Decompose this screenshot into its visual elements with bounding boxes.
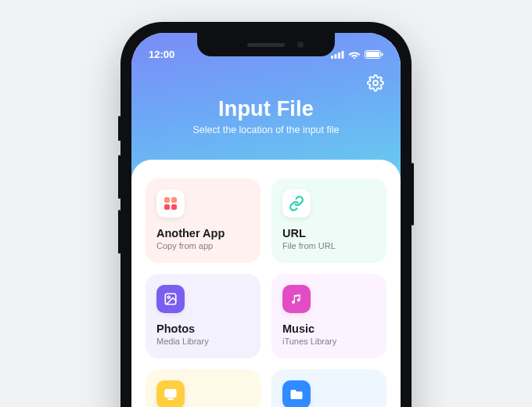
svg-rect-11 [171,204,177,210]
svg-rect-14 [165,390,176,397]
signal-icon [331,50,344,59]
side-button [118,210,120,254]
card-computer[interactable]: Computer Mac or PC [146,369,261,407]
card-sub: iTunes Library [282,337,376,346]
svg-rect-1 [335,54,337,59]
status-time: 12:00 [149,49,174,60]
music-icon [282,285,311,313]
side-button [118,116,120,141]
card-url[interactable]: URL File from URL [271,178,386,263]
apps-icon [156,189,185,218]
card-photos[interactable]: Photos Media Library [146,274,261,358]
side-button [412,163,414,225]
svg-point-7 [373,81,378,85]
gear-icon [367,74,384,92]
svg-rect-0 [331,56,333,59]
link-icon [282,189,311,218]
card-another-app[interactable]: Another App Copy from app [146,178,261,263]
card-files[interactable]: Files Your Files App [271,369,386,407]
card-sub: Media Library [156,337,250,346]
svg-rect-5 [366,52,379,57]
svg-rect-9 [171,197,177,203]
screen: 12:00 Input File Select the location of … [131,33,401,407]
page-subtitle: Select the location of the input file [131,124,401,135]
card-sub: Copy from app [156,241,250,250]
image-icon [156,285,185,313]
card-sub: File from URL [282,241,376,250]
card-music[interactable]: Music iTunes Library [271,274,386,358]
svg-point-13 [167,296,170,298]
svg-rect-3 [342,51,344,59]
svg-rect-8 [164,197,170,203]
card-title: Photos [156,322,250,335]
card-title: Music [282,322,376,335]
phone-frame: 12:00 Input File Select the location of … [120,22,412,407]
side-button [118,155,120,199]
card-title: Another App [156,227,250,240]
svg-rect-6 [382,52,383,56]
folder-icon [282,380,311,407]
svg-rect-10 [164,204,170,210]
settings-button[interactable] [365,72,386,94]
content-sheet: Another App Copy from app URL File from … [131,160,401,407]
battery-icon [365,50,383,59]
source-grid: Another App Copy from app URL File from … [146,178,386,407]
page-title: Input File [131,97,401,121]
wifi-icon [348,50,361,59]
svg-rect-2 [338,52,340,59]
monitor-icon [156,380,185,407]
notch [197,33,335,56]
card-title: URL [282,227,376,240]
status-icons [331,50,383,59]
